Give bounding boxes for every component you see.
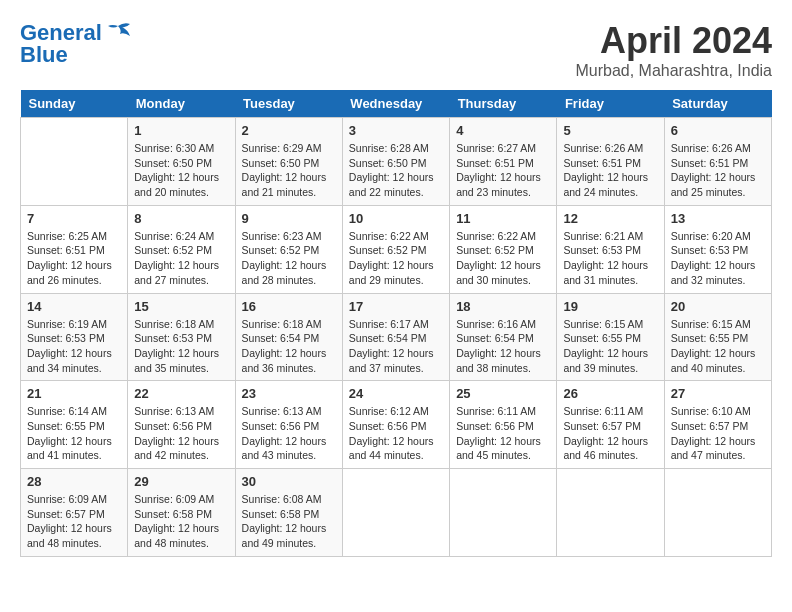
header-sunday: Sunday	[21, 90, 128, 118]
day-number: 23	[242, 386, 336, 401]
day-info: Sunrise: 6:26 AM Sunset: 6:51 PM Dayligh…	[671, 141, 765, 200]
day-info: Sunrise: 6:22 AM Sunset: 6:52 PM Dayligh…	[349, 229, 443, 288]
day-info: Sunrise: 6:11 AM Sunset: 6:57 PM Dayligh…	[563, 404, 657, 463]
calendar-cell: 28Sunrise: 6:09 AM Sunset: 6:57 PM Dayli…	[21, 469, 128, 557]
header-saturday: Saturday	[664, 90, 771, 118]
header-tuesday: Tuesday	[235, 90, 342, 118]
day-number: 16	[242, 299, 336, 314]
calendar-cell: 4Sunrise: 6:27 AM Sunset: 6:51 PM Daylig…	[450, 118, 557, 206]
calendar-cell: 13Sunrise: 6:20 AM Sunset: 6:53 PM Dayli…	[664, 205, 771, 293]
day-number: 21	[27, 386, 121, 401]
calendar-cell: 22Sunrise: 6:13 AM Sunset: 6:56 PM Dayli…	[128, 381, 235, 469]
calendar-cell	[450, 469, 557, 557]
day-info: Sunrise: 6:17 AM Sunset: 6:54 PM Dayligh…	[349, 317, 443, 376]
calendar-cell: 27Sunrise: 6:10 AM Sunset: 6:57 PM Dayli…	[664, 381, 771, 469]
day-info: Sunrise: 6:22 AM Sunset: 6:52 PM Dayligh…	[456, 229, 550, 288]
day-info: Sunrise: 6:13 AM Sunset: 6:56 PM Dayligh…	[134, 404, 228, 463]
calendar-cell: 30Sunrise: 6:08 AM Sunset: 6:58 PM Dayli…	[235, 469, 342, 557]
day-number: 18	[456, 299, 550, 314]
day-info: Sunrise: 6:19 AM Sunset: 6:53 PM Dayligh…	[27, 317, 121, 376]
calendar-cell: 16Sunrise: 6:18 AM Sunset: 6:54 PM Dayli…	[235, 293, 342, 381]
calendar-cell: 10Sunrise: 6:22 AM Sunset: 6:52 PM Dayli…	[342, 205, 449, 293]
day-number: 17	[349, 299, 443, 314]
day-number: 4	[456, 123, 550, 138]
day-info: Sunrise: 6:23 AM Sunset: 6:52 PM Dayligh…	[242, 229, 336, 288]
day-number: 13	[671, 211, 765, 226]
day-info: Sunrise: 6:27 AM Sunset: 6:51 PM Dayligh…	[456, 141, 550, 200]
calendar-cell: 26Sunrise: 6:11 AM Sunset: 6:57 PM Dayli…	[557, 381, 664, 469]
day-info: Sunrise: 6:14 AM Sunset: 6:55 PM Dayligh…	[27, 404, 121, 463]
calendar-cell: 19Sunrise: 6:15 AM Sunset: 6:55 PM Dayli…	[557, 293, 664, 381]
logo-subtext: Blue	[20, 42, 68, 68]
calendar-cell: 17Sunrise: 6:17 AM Sunset: 6:54 PM Dayli…	[342, 293, 449, 381]
day-info: Sunrise: 6:15 AM Sunset: 6:55 PM Dayligh…	[563, 317, 657, 376]
day-info: Sunrise: 6:12 AM Sunset: 6:56 PM Dayligh…	[349, 404, 443, 463]
day-info: Sunrise: 6:29 AM Sunset: 6:50 PM Dayligh…	[242, 141, 336, 200]
calendar-cell: 24Sunrise: 6:12 AM Sunset: 6:56 PM Dayli…	[342, 381, 449, 469]
day-number: 10	[349, 211, 443, 226]
calendar-cell: 5Sunrise: 6:26 AM Sunset: 6:51 PM Daylig…	[557, 118, 664, 206]
calendar-cell	[664, 469, 771, 557]
calendar-cell: 12Sunrise: 6:21 AM Sunset: 6:53 PM Dayli…	[557, 205, 664, 293]
day-info: Sunrise: 6:10 AM Sunset: 6:57 PM Dayligh…	[671, 404, 765, 463]
week-row-3: 14Sunrise: 6:19 AM Sunset: 6:53 PM Dayli…	[21, 293, 772, 381]
calendar-cell: 25Sunrise: 6:11 AM Sunset: 6:56 PM Dayli…	[450, 381, 557, 469]
header-friday: Friday	[557, 90, 664, 118]
day-info: Sunrise: 6:21 AM Sunset: 6:53 PM Dayligh…	[563, 229, 657, 288]
day-info: Sunrise: 6:15 AM Sunset: 6:55 PM Dayligh…	[671, 317, 765, 376]
day-number: 12	[563, 211, 657, 226]
week-row-1: 1Sunrise: 6:30 AM Sunset: 6:50 PM Daylig…	[21, 118, 772, 206]
day-number: 19	[563, 299, 657, 314]
day-info: Sunrise: 6:25 AM Sunset: 6:51 PM Dayligh…	[27, 229, 121, 288]
day-number: 24	[349, 386, 443, 401]
day-info: Sunrise: 6:08 AM Sunset: 6:58 PM Dayligh…	[242, 492, 336, 551]
calendar-cell: 7Sunrise: 6:25 AM Sunset: 6:51 PM Daylig…	[21, 205, 128, 293]
day-number: 26	[563, 386, 657, 401]
day-number: 8	[134, 211, 228, 226]
calendar-cell: 18Sunrise: 6:16 AM Sunset: 6:54 PM Dayli…	[450, 293, 557, 381]
calendar-cell: 9Sunrise: 6:23 AM Sunset: 6:52 PM Daylig…	[235, 205, 342, 293]
day-info: Sunrise: 6:18 AM Sunset: 6:54 PM Dayligh…	[242, 317, 336, 376]
calendar-cell: 15Sunrise: 6:18 AM Sunset: 6:53 PM Dayli…	[128, 293, 235, 381]
day-info: Sunrise: 6:28 AM Sunset: 6:50 PM Dayligh…	[349, 141, 443, 200]
day-info: Sunrise: 6:16 AM Sunset: 6:54 PM Dayligh…	[456, 317, 550, 376]
calendar-cell: 14Sunrise: 6:19 AM Sunset: 6:53 PM Dayli…	[21, 293, 128, 381]
header-wednesday: Wednesday	[342, 90, 449, 118]
calendar-cell	[21, 118, 128, 206]
calendar-cell: 3Sunrise: 6:28 AM Sunset: 6:50 PM Daylig…	[342, 118, 449, 206]
day-info: Sunrise: 6:11 AM Sunset: 6:56 PM Dayligh…	[456, 404, 550, 463]
day-number: 29	[134, 474, 228, 489]
calendar-cell: 21Sunrise: 6:14 AM Sunset: 6:55 PM Dayli…	[21, 381, 128, 469]
day-number: 15	[134, 299, 228, 314]
day-info: Sunrise: 6:18 AM Sunset: 6:53 PM Dayligh…	[134, 317, 228, 376]
day-info: Sunrise: 6:13 AM Sunset: 6:56 PM Dayligh…	[242, 404, 336, 463]
header-row: SundayMondayTuesdayWednesdayThursdayFrid…	[21, 90, 772, 118]
calendar-cell: 8Sunrise: 6:24 AM Sunset: 6:52 PM Daylig…	[128, 205, 235, 293]
header-thursday: Thursday	[450, 90, 557, 118]
day-number: 30	[242, 474, 336, 489]
calendar-cell: 11Sunrise: 6:22 AM Sunset: 6:52 PM Dayli…	[450, 205, 557, 293]
page-header: General Blue April 2024 Murbad, Maharash…	[20, 20, 772, 80]
calendar-cell: 2Sunrise: 6:29 AM Sunset: 6:50 PM Daylig…	[235, 118, 342, 206]
week-row-4: 21Sunrise: 6:14 AM Sunset: 6:55 PM Dayli…	[21, 381, 772, 469]
calendar-cell	[557, 469, 664, 557]
week-row-5: 28Sunrise: 6:09 AM Sunset: 6:57 PM Dayli…	[21, 469, 772, 557]
logo: General Blue	[20, 20, 132, 68]
calendar-cell: 1Sunrise: 6:30 AM Sunset: 6:50 PM Daylig…	[128, 118, 235, 206]
day-number: 9	[242, 211, 336, 226]
day-number: 25	[456, 386, 550, 401]
day-info: Sunrise: 6:26 AM Sunset: 6:51 PM Dayligh…	[563, 141, 657, 200]
day-number: 5	[563, 123, 657, 138]
title-block: April 2024 Murbad, Maharashtra, India	[575, 20, 772, 80]
logo-bird-icon	[104, 22, 132, 44]
day-number: 22	[134, 386, 228, 401]
day-number: 3	[349, 123, 443, 138]
day-number: 14	[27, 299, 121, 314]
day-info: Sunrise: 6:30 AM Sunset: 6:50 PM Dayligh…	[134, 141, 228, 200]
day-number: 6	[671, 123, 765, 138]
calendar-cell: 6Sunrise: 6:26 AM Sunset: 6:51 PM Daylig…	[664, 118, 771, 206]
calendar-cell: 20Sunrise: 6:15 AM Sunset: 6:55 PM Dayli…	[664, 293, 771, 381]
calendar-table: SundayMondayTuesdayWednesdayThursdayFrid…	[20, 90, 772, 557]
day-info: Sunrise: 6:20 AM Sunset: 6:53 PM Dayligh…	[671, 229, 765, 288]
day-number: 11	[456, 211, 550, 226]
